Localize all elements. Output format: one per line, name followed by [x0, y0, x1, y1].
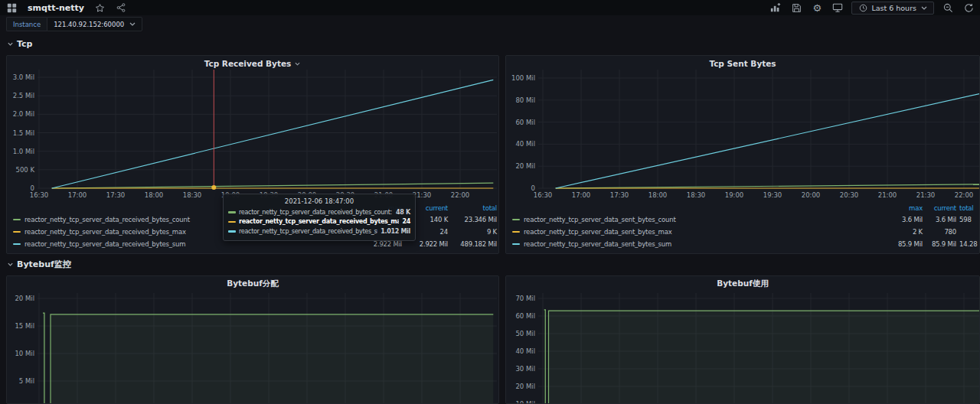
time-series-graph[interactable]	[506, 276, 980, 404]
x-axis-tick-label: 16:30	[528, 191, 558, 199]
y-axis-tick-label: 60 Mil	[506, 119, 535, 126]
tooltip-series-row: reactor_netty_tcp_server_data_received_b…	[228, 217, 410, 227]
cycle-view-monitor-icon[interactable]	[831, 2, 844, 14]
graph-legend: maxcurrenttotalreactor_netty_tcp_server_…	[512, 203, 980, 250]
tooltip-series-row: reactor_netty_tcp_server_data_received_b…	[228, 226, 410, 236]
x-axis-tick-label: 17:00	[566, 191, 596, 199]
legend-series[interactable]: reactor_netty_tcp_server_data_sent_bytes…	[512, 238, 980, 250]
x-axis-tick-label: 18:30	[681, 191, 711, 199]
x-axis-tick-label: 18:00	[642, 191, 673, 199]
x-axis-tick-label: 19:30	[757, 191, 788, 199]
time-range-picker[interactable]: Last 6 hours	[851, 2, 934, 15]
y-axis-tick-label: 80 Mil	[506, 96, 535, 104]
nav-left: smqtt-netty	[5, 2, 128, 14]
time-range-label: Last 6 hours	[871, 4, 916, 12]
y-axis-tick-label: 2.0 Mil	[7, 110, 34, 118]
share-icon[interactable]	[114, 2, 128, 14]
panel-title[interactable]: Tcp Sent Bytes	[506, 56, 979, 71]
x-axis-tick-label: 19:00	[719, 191, 750, 199]
dashboard-settings-icon[interactable]: ⚙	[810, 2, 824, 14]
x-axis-tick-label: 17:00	[62, 191, 93, 199]
instance-variable-label: Instance	[6, 17, 47, 31]
y-axis-tick-label: 20 Mil	[506, 162, 535, 170]
x-axis-tick-label: 18:00	[139, 191, 169, 199]
y-axis-tick-label: 60 Mil	[506, 312, 535, 320]
add-panel-icon[interactable]	[769, 2, 782, 14]
chevron-down-icon	[920, 2, 927, 14]
y-axis-tick-label: 40 Mil	[506, 347, 535, 355]
panel-title[interactable]: Bytebuf使用	[506, 276, 979, 292]
y-axis-tick-label: 100 Mil	[506, 74, 535, 82]
panel-tcp-sent-bytes: Tcp Sent Bytes maxcurrenttotalreactor_ne…	[505, 55, 980, 254]
y-axis-tick-label: 5 Mil	[7, 377, 34, 385]
chevron-down-icon	[6, 38, 14, 50]
x-axis-tick-label: 18:30	[177, 191, 207, 199]
star-icon[interactable]	[93, 2, 107, 14]
legend-header: maxcurrenttotal	[512, 203, 980, 213]
panel-title[interactable]: Bytebuf分配	[7, 276, 498, 292]
row-title: Tcp	[17, 39, 32, 49]
y-axis-tick-label: 20 Mil	[506, 383, 535, 390]
y-axis-tick-label: 1.5 Mil	[7, 129, 34, 137]
y-axis-tick-label: 50 Mil	[506, 330, 535, 337]
legend-series[interactable]: reactor_netty_tcp_server_data_sent_bytes…	[512, 226, 980, 238]
y-axis-tick-label: 10 Mil	[7, 350, 34, 357]
x-axis-tick-label: 22:00	[949, 191, 979, 199]
y-axis-tick-label: 15 Mil	[7, 322, 34, 330]
x-axis-tick-label: 22:00	[445, 191, 475, 199]
y-axis-tick-label: 30 Mil	[506, 365, 535, 373]
row-header-tcp[interactable]: Tcp	[6, 38, 32, 50]
refresh-icon[interactable]	[962, 2, 975, 14]
graph-tooltip: 2021-12-06 18:47:00 reactor_netty_tcp_se…	[223, 194, 416, 241]
nav-right: ⚙ Last 6 hours	[769, 2, 975, 15]
y-axis-tick-label: 1.0 Mil	[7, 148, 34, 155]
y-axis-tick-label: 20 Mil	[7, 295, 34, 302]
legend-series[interactable]: reactor_netty_tcp_server_data_sent_bytes…	[512, 213, 980, 226]
save-dashboard-icon[interactable]	[789, 2, 803, 14]
instance-variable-value: 121.40.92.152:60000	[54, 21, 124, 28]
y-axis-tick-label: 3.0 Mil	[7, 73, 34, 81]
x-axis-tick-label: 17:30	[100, 191, 131, 199]
x-axis-tick-label: 17:30	[604, 191, 635, 199]
x-axis-tick-label: 16:30	[24, 191, 54, 199]
instance-variable-picker[interactable]: Instance 121.40.92.152:60000	[6, 17, 142, 31]
dashboard-title: smqtt-netty	[28, 3, 84, 13]
y-axis-tick-label: 500 K	[7, 166, 34, 174]
top-nav: smqtt-netty ⚙ Last 6 hour	[0, 0, 980, 15]
zoom-out-icon[interactable]	[941, 2, 955, 14]
clock-icon	[858, 2, 867, 14]
x-axis-tick-label: 21:30	[910, 191, 941, 199]
panel-bytebuf-alloc: Bytebuf分配 5 Mil10 Mil15 Mil20 Mil	[6, 275, 499, 404]
x-axis-tick-label: 20:00	[795, 191, 826, 199]
tooltip-rows: reactor_netty_tcp_server_data_received_b…	[228, 207, 410, 236]
grafana-dashboard: smqtt-netty ⚙ Last 6 hour	[0, 0, 980, 404]
y-axis-tick-label: 10 Mil	[506, 400, 535, 404]
y-axis-tick-label: 40 Mil	[506, 140, 535, 148]
row-title: Bytebuf监控	[17, 259, 71, 270]
y-axis-tick-label: 70 Mil	[506, 295, 535, 302]
chevron-down-icon	[129, 21, 136, 28]
panel-title[interactable]: Tcp Received Bytes	[7, 56, 498, 71]
x-axis-tick-label: 21:00	[872, 191, 903, 199]
row-header-bytebuf[interactable]: Bytebuf监控	[6, 259, 71, 270]
apps-grid-icon[interactable]	[5, 2, 18, 14]
tooltip-series-row: reactor_netty_tcp_server_data_received_b…	[228, 207, 410, 217]
chevron-down-icon	[294, 57, 301, 70]
chevron-down-icon	[6, 259, 14, 271]
panel-tcp-received-bytes: Tcp Received Bytes maxcurrenttotalreacto…	[6, 55, 499, 254]
y-axis-tick-label: 2.5 Mil	[7, 92, 34, 99]
variables-row: Instance 121.40.92.152:60000	[6, 17, 142, 31]
time-series-graph[interactable]	[7, 276, 499, 404]
tooltip-timestamp: 2021-12-06 18:47:00	[228, 197, 410, 205]
x-axis-tick-label: 20:30	[834, 191, 864, 199]
panel-bytebuf-used: Bytebuf使用 10 Mil20 Mil30 Mil40 Mil50 Mil…	[505, 275, 980, 404]
